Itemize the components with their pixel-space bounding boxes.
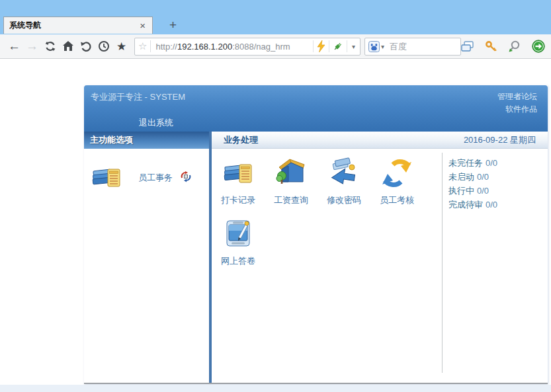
task-label: 完成待审 <box>448 200 483 210</box>
url-divider <box>329 40 329 52</box>
refresh-icon[interactable] <box>41 36 59 56</box>
task-label: 未启动 <box>448 172 474 182</box>
url-divider <box>150 40 151 52</box>
plugin-plug-icon[interactable] <box>333 41 343 52</box>
tab-strip: 系统导航 × + <box>0 0 551 34</box>
bookmarks-star-icon[interactable]: ★ <box>112 36 130 56</box>
task-label: 执行中 <box>448 186 474 196</box>
browser-toolbar: ← → ★ ☆ http://192.168.1.200:8088/nag_hr… <box>0 34 551 59</box>
tab-groups-icon[interactable] <box>461 41 474 52</box>
shortcut-change-password[interactable]: 修改密码 <box>318 157 370 217</box>
app-header: 专业源于专注 - SYSTEM 管理者论坛 软件作品 退出系统 <box>84 85 548 132</box>
url-bar[interactable]: ☆ http://192.168.1.200:8088/nag_hrm ▾ <box>134 38 360 56</box>
search-input[interactable] <box>388 41 457 52</box>
page-bottom-strip <box>0 385 551 392</box>
lightning-icon[interactable] <box>317 40 325 52</box>
app-title: 专业源于专注 - SYSTEM <box>91 91 185 103</box>
employee-affairs-icon <box>92 163 122 192</box>
baidu-search-engine-icon[interactable] <box>368 41 380 52</box>
app-body: 主功能选项 <box>84 132 548 383</box>
refresh-sync-icon[interactable] <box>180 171 192 185</box>
bookmark-page-star-icon[interactable]: ☆ <box>138 40 147 52</box>
header-links: 管理者论坛 软件作品 <box>497 91 537 116</box>
hrm-app-container: 专业源于专注 - SYSTEM 管理者论坛 软件作品 退出系统 主功能选项 <box>84 85 548 384</box>
go-arrow-icon[interactable] <box>532 40 545 53</box>
shortcut-grid: 打卡记录 <box>212 149 437 278</box>
task-label: 未完任务 <box>448 158 483 168</box>
shortcut-label: 打卡记录 <box>221 194 255 206</box>
task-in-progress[interactable]: 执行中0/0 <box>448 184 541 198</box>
main-panel-title: 业务处理 <box>224 134 258 146</box>
sidebar-title: 主功能选项 <box>84 132 209 149</box>
browser-tab[interactable]: 系统导航 × <box>3 17 153 34</box>
search-page-icon[interactable] <box>508 40 521 53</box>
link-manager-forum[interactable]: 管理者论坛 <box>497 91 537 103</box>
url-text[interactable]: http://192.168.1.200:8088/nag_hrm <box>155 42 310 52</box>
undo-icon[interactable] <box>77 36 95 56</box>
link-software-works[interactable]: 软件作品 <box>497 103 537 116</box>
url-scheme: http:// <box>155 42 177 52</box>
browser-viewport: 专业源于专注 - SYSTEM 管理者论坛 软件作品 退出系统 主功能选项 <box>0 59 551 392</box>
tab-title: 系统导航 <box>9 20 138 31</box>
shortcut-label: 工资查询 <box>274 194 308 206</box>
shortcut-label: 员工考核 <box>380 194 414 206</box>
toolbar-right-icons <box>461 40 548 53</box>
shortcut-punch-records[interactable]: 打卡记录 <box>212 157 265 217</box>
date-label: 2016-09-22 星期四 <box>464 134 536 146</box>
search-box[interactable]: ▾ <box>364 38 461 56</box>
url-host: 192.168.1.200 <box>177 42 232 52</box>
change-password-icon <box>328 157 360 191</box>
forward-icon[interactable]: → <box>23 36 41 56</box>
sidebar-item-employee-affairs[interactable]: 员工事务 <box>84 163 209 192</box>
url-dropdown-caret-icon[interactable]: ▾ <box>351 43 357 50</box>
tab-close-icon[interactable]: × <box>138 20 147 31</box>
punch-records-icon <box>222 157 254 191</box>
task-summary-panel: 未完任务0/0 未启动0/0 执行中0/0 完成待审0/0 <box>442 153 541 373</box>
main-panel-header: 业务处理 2016-09-22 星期四 <box>212 132 548 149</box>
task-count: 0/0 <box>486 200 497 210</box>
task-not-started[interactable]: 未启动0/0 <box>448 170 541 184</box>
task-count: 0/0 <box>477 186 489 196</box>
url-path: :8088/nag_hrm <box>232 42 290 52</box>
salary-query-icon <box>275 157 307 191</box>
logout-link[interactable]: 退出系统 <box>139 117 173 129</box>
back-icon[interactable]: ← <box>5 36 23 56</box>
shortcut-label: 网上答卷 <box>221 255 255 267</box>
main-panel: 业务处理 2016-09-22 星期四 <box>212 132 548 383</box>
shortcut-salary-query[interactable]: 工资查询 <box>265 157 318 217</box>
home-icon[interactable] <box>59 36 77 56</box>
employee-assessment-icon <box>381 157 413 191</box>
task-unfinished[interactable]: 未完任务0/0 <box>448 156 541 170</box>
shortcut-employee-assessment[interactable]: 员工考核 <box>370 157 423 217</box>
shortcut-online-answer[interactable]: 网上答卷 <box>212 217 265 278</box>
url-divider <box>313 40 314 52</box>
shortcut-label: 修改密码 <box>327 194 361 206</box>
search-engine-caret-icon[interactable]: ▾ <box>380 43 386 50</box>
password-key-icon[interactable] <box>485 40 497 53</box>
online-answer-icon <box>222 217 254 252</box>
task-count: 0/0 <box>486 158 497 168</box>
new-tab-button[interactable]: + <box>169 18 177 32</box>
url-divider <box>347 40 347 52</box>
sidebar: 主功能选项 <box>84 132 209 383</box>
task-count: 0/0 <box>477 172 489 182</box>
history-clock-icon[interactable] <box>95 36 112 56</box>
task-pending-review[interactable]: 完成待审0/0 <box>448 198 541 212</box>
sidebar-item-label: 员工事务 <box>138 172 173 184</box>
